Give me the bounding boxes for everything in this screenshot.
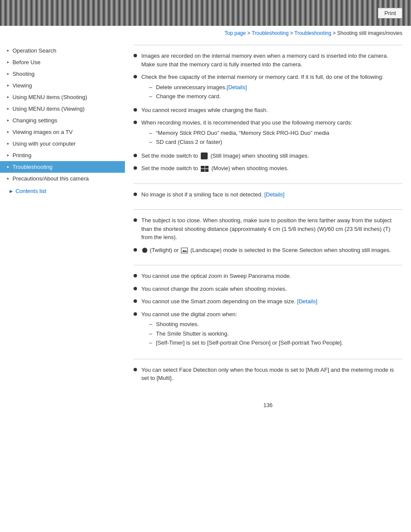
bullet-item: You cannot use the optical zoom in Sweep…	[134, 272, 402, 280]
bullet-dot-icon	[134, 312, 137, 316]
sidebar-arrow-icon: ►	[6, 107, 10, 111]
sub-bullet-item: [Self-Timer] is set to [Self-portrait On…	[149, 339, 343, 347]
sidebar-arrow-icon: ►	[6, 165, 10, 169]
sidebar-item-using-with-your-computer[interactable]: ►Using with your computer	[0, 138, 125, 149]
sidebar-item-label: Changing settings	[12, 117, 57, 124]
bullet-text: Check the free capacity of the internal …	[141, 73, 383, 102]
sidebar-arrow-icon: ►	[6, 142, 10, 146]
sidebar-item-before-use[interactable]: ►Before Use	[0, 56, 125, 68]
breadcrumb-top[interactable]: Top page	[224, 30, 246, 36]
section-0: Images are recorded on the internal memo…	[134, 45, 402, 184]
bullet-item: Images are recorded on the internal memo…	[134, 52, 402, 68]
details-link[interactable]: [Details]	[297, 298, 318, 305]
bullet-item: Set the mode switch to (Still Image) whe…	[134, 152, 402, 160]
bullet-item: Check the free capacity of the internal …	[134, 73, 402, 102]
main-layout: ►Operation Search►Before Use►Shooting►Vi…	[0, 40, 411, 421]
sidebar-item-shooting[interactable]: ►Shooting	[0, 68, 125, 80]
sidebar-item-using-menu-items-shooting-[interactable]: ►Using MENU items (Shooting)	[0, 91, 125, 103]
bullet-dot-icon	[134, 368, 137, 371]
details-link[interactable]: [Details]	[264, 191, 284, 198]
content-area: Images are recorded on the internal memo…	[125, 40, 411, 421]
sidebar-item-label: Printing	[12, 152, 31, 159]
landscape-icon	[181, 248, 188, 253]
sub-bullet-item: “Memory Stick PRO Duo” media, “Memory St…	[149, 129, 352, 137]
sidebar-item-label: Precautions/About this camera	[12, 175, 89, 182]
bullet-item: You cannot record images while charging …	[134, 106, 402, 115]
bullet-dot-icon	[134, 193, 137, 196]
bullet-item: You cannot change the zoom scale when sh…	[134, 285, 402, 293]
sidebar-arrow-icon: ►	[6, 72, 10, 76]
bullet-dot-icon	[134, 121, 137, 124]
bullet-text: You cannot record images while charging …	[141, 106, 268, 115]
sidebar-arrow-icon: ►	[6, 60, 10, 64]
contents-list-label: Contents list	[16, 188, 47, 194]
sidebar: ►Operation Search►Before Use►Shooting►Vi…	[0, 40, 125, 421]
still-image-icon	[201, 152, 208, 159]
bullet-dot-icon	[134, 108, 137, 112]
bullet-text: You can select Face Detection only when …	[141, 366, 402, 383]
print-button[interactable]: Print	[378, 8, 402, 19]
contents-list-link[interactable]: ► Contents list	[0, 184, 125, 198]
bullet-text: When recording movies, it is recommended…	[141, 118, 352, 147]
movie-icon	[201, 166, 209, 172]
sub-bullet-item: The Smile Shutter is working.	[149, 330, 343, 338]
sidebar-item-viewing[interactable]: ►Viewing	[0, 80, 125, 91]
section-2: The subject is too close. When shooting,…	[134, 209, 402, 265]
twilight-icon	[142, 248, 147, 253]
sidebar-item-printing[interactable]: ►Printing	[0, 149, 125, 161]
bullet-text: Set the mode switch to (Still Image) whe…	[141, 152, 309, 160]
bullet-text: (Twilight) or (Landscape) mode is select…	[141, 246, 391, 255]
breadcrumb-troubleshooting1[interactable]: Troubleshooting	[252, 30, 289, 36]
sub-bullet-item: Shooting movies.	[149, 320, 343, 329]
bullet-dot-icon	[134, 166, 137, 170]
sidebar-arrow-icon: ►	[6, 177, 10, 180]
bullet-item: You cannot use the Smart zoom depending …	[134, 297, 402, 306]
sidebar-item-label: Troubleshooting	[12, 164, 53, 170]
sidebar-item-label: Viewing	[12, 82, 32, 89]
header-bar: Print	[0, 0, 411, 26]
bullet-dot-icon	[134, 248, 137, 252]
section-4: You can select Face Detection only when …	[134, 359, 402, 393]
bullet-dot-icon	[134, 287, 137, 290]
page-number: 136	[134, 393, 402, 413]
breadcrumb-troubleshooting2[interactable]: Troubleshooting	[294, 30, 331, 36]
bullet-text: You cannot change the zoom scale when sh…	[141, 285, 287, 293]
sidebar-item-label: Operation Search	[12, 47, 56, 54]
bullet-item: When recording movies, it is recommended…	[134, 118, 402, 147]
bullet-item: You cannot use the digital zoom when:Sho…	[134, 310, 402, 348]
bullet-dot-icon	[134, 218, 137, 222]
sidebar-item-precautions-about-this-camera[interactable]: ►Precautions/About this camera	[0, 173, 125, 184]
section-3: You cannot use the optical zoom in Sweep…	[134, 265, 402, 359]
bullet-text: The subject is too close. When shooting,…	[141, 216, 402, 242]
sub-bullet-item: Delete unnecessary images. [Details]	[149, 83, 383, 92]
bullet-item: (Twilight) or (Landscape) mode is select…	[134, 246, 402, 255]
bullet-text: You cannot use the Smart zoom depending …	[141, 297, 318, 306]
bullet-text: Set the mode switch to (Movie) when shoo…	[141, 164, 289, 173]
sidebar-arrow-icon: ►	[6, 118, 10, 122]
sub-bullet-item: SD card (Class 2 or faster)	[149, 138, 352, 146]
breadcrumb-current: Shooting still images/movies	[337, 30, 402, 36]
bullet-dot-icon	[134, 274, 137, 277]
sidebar-arrow-icon: ►	[6, 130, 10, 134]
bullet-text: You cannot use the optical zoom in Sweep…	[141, 272, 291, 280]
bullet-text: Images are recorded on the internal memo…	[141, 52, 402, 68]
bullet-item: The subject is too close. When shooting,…	[134, 216, 402, 242]
sidebar-item-viewing-images-on-a-tv[interactable]: ►Viewing images on a TV	[0, 126, 125, 138]
sidebar-arrow-icon: ►	[6, 95, 10, 99]
sidebar-item-operation-search[interactable]: ►Operation Search	[0, 45, 125, 56]
bullet-text: You cannot use the digital zoom when:Sho…	[141, 310, 343, 348]
breadcrumb: Top page > Troubleshooting > Troubleshoo…	[0, 26, 411, 40]
sidebar-item-label: Shooting	[12, 71, 34, 77]
sidebar-arrow-icon: ►	[6, 153, 10, 157]
bullet-text: No image is shot if a smiling face is no…	[141, 190, 284, 199]
arrow-right-icon: ►	[9, 188, 14, 194]
sidebar-item-label: Before Use	[12, 59, 40, 65]
bullet-dot-icon	[134, 154, 137, 157]
sub-details-link[interactable]: [Details]	[227, 83, 247, 92]
sidebar-item-using-menu-items-viewing-[interactable]: ►Using MENU items (Viewing)	[0, 103, 125, 115]
bullet-item: No image is shot if a smiling face is no…	[134, 190, 402, 199]
bullet-item: You can select Face Detection only when …	[134, 366, 402, 383]
sidebar-item-label: Using MENU items (Viewing)	[12, 106, 84, 112]
sidebar-item-troubleshooting[interactable]: ►Troubleshooting	[0, 161, 125, 173]
sidebar-item-changing-settings[interactable]: ►Changing settings	[0, 115, 125, 126]
